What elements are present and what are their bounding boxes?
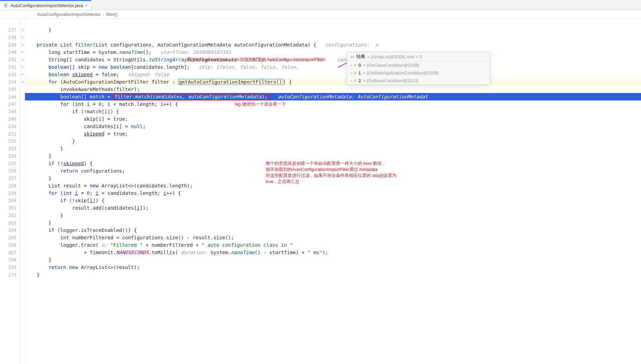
- tab-bar: C AutoConfigurationImportSelector.java ×: [0, 0, 641, 10]
- code-editor[interactable]: 2372382392402412422432442452462472482492…: [0, 19, 641, 364]
- breadcrumb-method[interactable]: filter(): [106, 12, 117, 17]
- list-item-icon: ≡: [354, 78, 356, 83]
- code-area[interactable]: } private List filter(List configuration…: [25, 19, 641, 364]
- chevron-right-icon: ›: [350, 70, 352, 75]
- chevron-right-icon: ›: [350, 63, 352, 68]
- list-item-icon: ≡: [354, 63, 356, 68]
- chevron-right-icon: ›: [350, 78, 352, 83]
- chevron-right-icon: ›: [103, 12, 104, 17]
- link-icon: oo: [350, 55, 354, 59]
- fold-column[interactable]: ⊟⊟⊟⊟⊟⊟⊟⊟: [20, 19, 25, 364]
- popover-head[interactable]: oo 结果 = {ArrayList@3206} size = 3: [347, 52, 490, 61]
- debug-result-popover[interactable]: oo 结果 = {ArrayList@3206} size = 3 ›≡0 = …: [347, 52, 490, 85]
- line-gutter: 2372382392402412422432442452462472482492…: [0, 19, 20, 364]
- popover-item[interactable]: ›≡2 = {OnBeanCondition@3210}: [347, 77, 490, 85]
- editor-tab[interactable]: C AutoConfigurationImportSelector.java ×: [0, 0, 91, 10]
- popover-item[interactable]: ›≡0 = {OnClassCondition@3208}: [347, 61, 490, 69]
- close-icon[interactable]: ×: [85, 3, 88, 8]
- breadcrumb: AutoConfigurationImportSelector › filter…: [0, 10, 641, 19]
- breadcrumb-class[interactable]: AutoConfigurationImportSelector: [37, 12, 101, 17]
- class-file-icon: C: [3, 3, 8, 8]
- tab-filename: AutoConfigurationImportSelector.java: [10, 3, 83, 8]
- popover-item[interactable]: ›≡1 = {OnWebApplicationCondition@3209}: [347, 69, 490, 77]
- list-item-icon: ≡: [354, 70, 356, 75]
